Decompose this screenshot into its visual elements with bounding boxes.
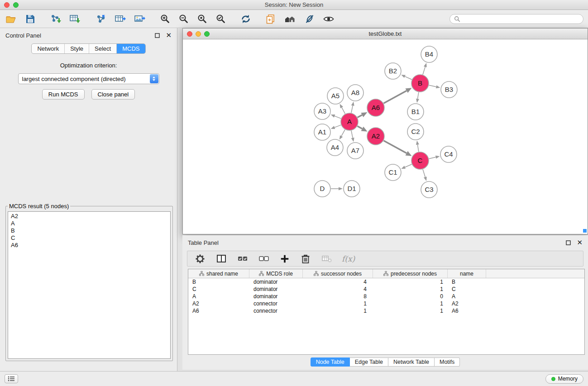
cell[interactable]: A [448, 293, 486, 300]
show-columns-button[interactable] [215, 253, 228, 265]
export-image-button[interactable] [133, 13, 147, 25]
graph-edge[interactable] [384, 91, 407, 103]
home-button[interactable] [283, 13, 297, 25]
graph-edge[interactable] [429, 85, 436, 87]
delete-table-button[interactable] [320, 253, 333, 265]
dropdown-stepper[interactable] [150, 74, 158, 83]
tab-network-table[interactable]: Network Table [388, 357, 435, 367]
cell[interactable]: A [188, 293, 249, 300]
table-row[interactable]: B dominator 4 1 B [188, 278, 584, 286]
graph-edge[interactable] [429, 157, 436, 158]
save-session-button[interactable] [24, 13, 37, 25]
tab-style[interactable]: Style [65, 44, 89, 53]
search-box[interactable] [449, 14, 583, 24]
graph-edge[interactable] [405, 164, 412, 167]
cell[interactable]: 8 [303, 293, 373, 300]
cell[interactable]: 1 [373, 300, 448, 307]
column-header-predecessor-nodes[interactable]: predecessor nodes [373, 269, 448, 278]
cell[interactable]: connector [249, 300, 303, 307]
graph-edge[interactable] [351, 131, 353, 138]
zoom-window-button[interactable] [13, 2, 19, 8]
zoom-out-button[interactable] [177, 13, 190, 25]
graph-edge[interactable] [341, 129, 345, 136]
tab-select[interactable]: Select [89, 44, 117, 53]
graph-edge[interactable] [423, 67, 425, 75]
new-network-button[interactable] [94, 13, 108, 25]
network-window-titlebar[interactable]: testGlobe.txt [183, 29, 588, 39]
table-settings-button[interactable] [194, 253, 206, 265]
column-header-name[interactable]: name [448, 269, 486, 278]
zoom-view-button[interactable] [204, 31, 210, 37]
memory-button[interactable]: Memory [545, 374, 583, 384]
cell[interactable]: C [188, 286, 249, 292]
graph-edge[interactable] [358, 126, 363, 129]
run-mcds-button[interactable]: Run MCDS [42, 89, 85, 100]
float-panel-icon[interactable] [155, 33, 160, 38]
cell[interactable]: A6 [448, 308, 486, 314]
open-session-button[interactable] [5, 13, 18, 25]
graph-edge[interactable] [335, 125, 341, 127]
add-row-button[interactable] [279, 253, 291, 265]
refresh-button[interactable] [239, 13, 252, 25]
network-canvas[interactable]: AA1A2A3A4A5A6A7A8BB1B2B3B4CC1C2C3C4DD1 [183, 39, 588, 234]
zoom-fit-button[interactable] [196, 13, 209, 25]
cell[interactable]: dominator [249, 293, 303, 300]
tab-mcds[interactable]: MCDS [117, 44, 145, 53]
graph-edge[interactable] [351, 105, 353, 113]
zoom-in-button[interactable] [159, 13, 172, 25]
table-row[interactable]: A6 connector 1 1 A6 [188, 307, 584, 315]
show-hide-button[interactable] [322, 13, 335, 25]
cell[interactable]: C [448, 286, 486, 292]
documents-button[interactable] [264, 13, 277, 25]
list-item[interactable]: C [11, 234, 167, 242]
cell[interactable]: 4 [303, 286, 373, 292]
list-item[interactable]: A [11, 220, 167, 227]
search-input[interactable] [463, 15, 579, 22]
graph-edge[interactable] [342, 107, 345, 114]
cell[interactable]: A2 [448, 300, 486, 307]
optimization-criterion-dropdown[interactable]: largest connected component (directed) [18, 73, 159, 84]
graph-edge[interactable] [417, 145, 418, 152]
mcds-result-list[interactable]: A2 A B C A6 [8, 211, 171, 359]
close-panel-icon[interactable]: ✕ [577, 240, 583, 245]
tab-edge-table[interactable]: Edge Table [350, 357, 388, 367]
list-item[interactable]: A2 [11, 213, 167, 220]
cell[interactable]: A6 [188, 308, 249, 314]
cell[interactable]: 1 [373, 279, 448, 285]
graph-edge[interactable] [418, 92, 419, 99]
list-item[interactable]: A6 [11, 242, 167, 249]
cell[interactable]: dominator [249, 286, 303, 292]
close-panel-icon[interactable]: ✕ [166, 33, 172, 38]
cell[interactable]: dominator [249, 279, 303, 285]
cell[interactable]: B [448, 279, 486, 285]
table-row[interactable]: C dominator 4 1 C [188, 286, 584, 293]
float-panel-icon[interactable] [566, 240, 571, 245]
tab-network[interactable]: Network [32, 44, 65, 53]
column-header-shared-name[interactable]: shared name [188, 269, 249, 278]
table-row[interactable]: A2 connector 1 1 A2 [188, 300, 584, 307]
table-row[interactable]: A dominator 8 0 A [188, 293, 584, 300]
cell[interactable]: 4 [303, 279, 373, 285]
graph-edge[interactable] [405, 76, 411, 80]
delete-row-button[interactable] [299, 253, 312, 265]
minimize-view-button[interactable] [196, 31, 201, 37]
graphics-details-button[interactable] [303, 13, 316, 25]
column-header-successor-nodes[interactable]: successor nodes [303, 269, 373, 278]
cell[interactable]: A2 [188, 300, 249, 307]
cell[interactable]: B [188, 279, 249, 285]
graph-edge[interactable] [335, 116, 341, 118]
select-all-columns-button[interactable] [236, 253, 249, 264]
deselect-all-columns-button[interactable] [258, 253, 270, 264]
task-history-button[interactable] [5, 374, 18, 383]
graph-edge[interactable] [358, 115, 362, 118]
zoom-selected-button[interactable] [215, 13, 227, 25]
list-item[interactable]: B [11, 227, 167, 234]
cell[interactable]: 1 [303, 300, 373, 307]
cell[interactable]: 0 [373, 293, 448, 300]
tab-motifs[interactable]: Motifs [435, 357, 460, 367]
resize-grip[interactable] [583, 229, 587, 233]
import-network-button[interactable] [49, 13, 62, 25]
close-window-button[interactable] [4, 2, 10, 8]
graph-edge[interactable] [423, 169, 425, 177]
close-view-button[interactable] [187, 31, 192, 37]
